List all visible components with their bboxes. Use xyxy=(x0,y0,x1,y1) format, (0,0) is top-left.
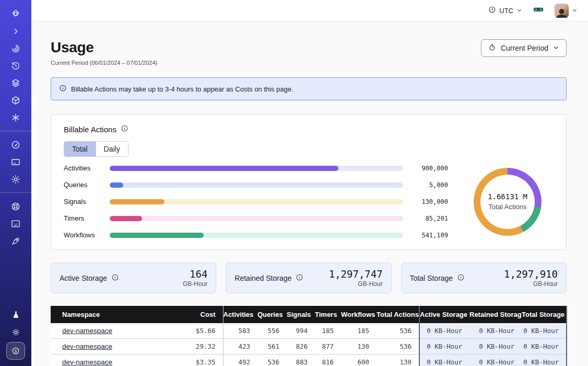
chevron-down-icon xyxy=(553,44,559,52)
avatar xyxy=(555,4,569,18)
docs-terminal-icon[interactable] xyxy=(7,215,25,232)
active-storage-card: Active Storage 164 GB-Hour xyxy=(51,262,216,293)
bar-fill xyxy=(110,233,204,238)
total-actions-value: 1.66131 M xyxy=(488,192,527,201)
bar-row-activities: Activities 900,000 xyxy=(64,164,448,172)
namespace-link[interactable]: dev-namespace xyxy=(62,358,112,366)
deployments-icon[interactable] xyxy=(7,92,25,109)
total-actions-donut: 1.66131 M Total Actions xyxy=(474,168,542,236)
bar-fill xyxy=(110,199,164,204)
user-menu[interactable] xyxy=(555,4,578,18)
total-storage-value: 1,297,910 xyxy=(504,268,558,280)
workflows-icon[interactable] xyxy=(7,40,25,57)
page-title: Usage xyxy=(51,39,157,56)
schedules-icon[interactable] xyxy=(7,57,25,74)
costs-dollar-icon[interactable]: $ xyxy=(6,342,25,360)
usage-icon[interactable] xyxy=(7,136,25,153)
bar-track xyxy=(110,166,403,171)
sidebar-divider xyxy=(0,131,31,131)
bar-fill xyxy=(110,216,142,221)
billing-icon[interactable] xyxy=(7,153,25,170)
info-banner: Billable Actions may take up to 3-4 hour… xyxy=(51,77,567,100)
labs-flask-icon[interactable] xyxy=(7,306,25,324)
banner-text: Billable Actions may take up to 3-4 hour… xyxy=(71,85,293,93)
total-daily-tabs: Total Daily xyxy=(64,141,128,157)
tab-total[interactable]: Total xyxy=(64,142,96,156)
info-icon[interactable] xyxy=(457,273,465,283)
table-header-row: Namespace Cost Activities Queries Signal… xyxy=(51,306,567,323)
chevron-down-icon xyxy=(516,7,522,15)
bar-track xyxy=(110,216,403,221)
table-row: dev-namespace $3.35 492 536 883 816 600 … xyxy=(51,354,567,366)
bar-track xyxy=(110,233,403,238)
bar-track xyxy=(110,182,403,188)
topbar: UTC xyxy=(31,0,588,21)
bar-row-timers: Timers 85,201 xyxy=(64,214,448,222)
total-storage-card: Total Storage 1,297,910 GB-Hour xyxy=(401,262,567,293)
page-subtitle: Current Period (06/01/2024 – 07/01/2024) xyxy=(51,60,157,66)
timezone-selector[interactable]: UTC xyxy=(488,6,522,15)
sidebar-divider xyxy=(0,192,31,193)
namespace-link[interactable]: dev-namespace xyxy=(62,327,112,335)
clock-icon xyxy=(488,6,496,15)
namespace-usage-table: Namespace Cost Activities Queries Signal… xyxy=(51,306,567,366)
stopwatch-icon xyxy=(488,43,496,53)
storage-summary-row: Active Storage 164 GB-Hour Retained Stor… xyxy=(51,262,567,293)
info-icon[interactable] xyxy=(296,273,303,283)
period-selector-button[interactable]: Current Period xyxy=(481,39,567,57)
tab-daily[interactable]: Daily xyxy=(96,142,128,156)
sidebar: $ xyxy=(0,0,31,366)
main-area: UTC xyxy=(31,0,588,366)
chevron-down-icon xyxy=(572,6,578,15)
bar-track xyxy=(110,199,403,204)
namespaces-icon[interactable] xyxy=(7,74,25,92)
support-icon[interactable] xyxy=(7,198,25,215)
getting-started-rocket-icon[interactable] xyxy=(7,232,25,249)
nexus-icon[interactable] xyxy=(7,109,25,126)
bar-row-queries: Queries 5,000 xyxy=(64,181,448,189)
info-icon xyxy=(59,84,67,94)
retained-storage-value: 1,297,747 xyxy=(329,268,383,280)
card-title: Billable Actions xyxy=(64,125,116,134)
bar-row-signals: Signals 130,000 xyxy=(64,198,448,205)
billable-actions-card: Billable Actions Total Daily Activities … xyxy=(51,114,567,250)
temporal-logo-icon[interactable] xyxy=(7,5,25,22)
bar-fill xyxy=(110,166,338,171)
theme-sun-icon[interactable] xyxy=(7,324,25,341)
active-storage-value: 164 xyxy=(183,268,207,280)
bar-row-workflows: Workflows 541,109 xyxy=(64,231,448,239)
billable-actions-bar-chart: Activities 900,000 Queries 5,000 Signals… xyxy=(64,164,448,239)
total-actions-caption: Total Actions xyxy=(489,203,527,211)
table-row: dev-namespace $5.66 583 556 994 185 185 … xyxy=(51,323,567,339)
info-icon[interactable] xyxy=(121,124,128,134)
timezone-label: UTC xyxy=(499,7,513,15)
namespace-link[interactable]: dev-namespace xyxy=(62,342,112,350)
content: Usage Current Period (06/01/2024 – 07/01… xyxy=(31,39,588,366)
svg-text:$: $ xyxy=(15,349,17,353)
collapse-sidebar-icon[interactable] xyxy=(7,22,25,40)
bar-fill xyxy=(110,182,123,188)
info-icon[interactable] xyxy=(111,273,119,283)
settings-icon[interactable] xyxy=(7,170,25,188)
goggles-icon[interactable] xyxy=(533,4,544,17)
table-row: dev-namespace 29.32 423 561 826 877 130 … xyxy=(51,339,567,354)
retained-storage-card: Retained Storage 1,297,747 GB-Hour xyxy=(226,262,391,293)
